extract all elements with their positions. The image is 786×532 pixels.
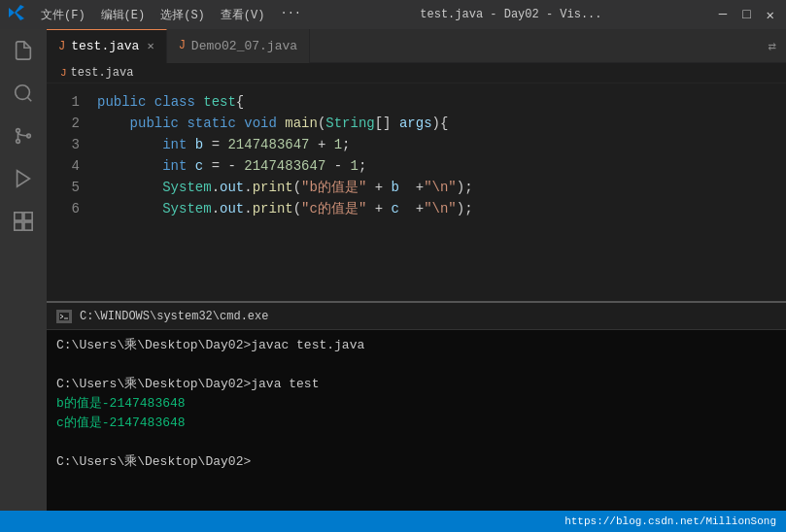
extensions-icon[interactable] xyxy=(10,208,37,235)
line-num-5: 5 xyxy=(47,177,80,198)
line-num-1: 1 xyxy=(47,91,80,113)
activity-bar xyxy=(0,29,47,532)
minimize-button[interactable]: ─ xyxy=(715,7,731,23)
terminal-line-1: C:\Users\乘\Desktop\Day02>javac test.java xyxy=(56,336,776,355)
code-line-1: public class test{ xyxy=(97,91,786,113)
svg-point-0 xyxy=(16,85,30,100)
line-num-3: 3 xyxy=(47,134,80,155)
code-line-3: int b = 2147483647 + 1; xyxy=(97,134,786,155)
code-line-5: System.out.print("b的值是" + b +"\n"); xyxy=(97,177,786,198)
code-line-4: int c = - 2147483647 - 1; xyxy=(97,155,786,177)
svg-line-1 xyxy=(27,97,31,101)
svg-rect-7 xyxy=(15,213,22,220)
svg-rect-9 xyxy=(15,222,22,230)
breadcrumb-file-icon: J xyxy=(60,67,67,79)
tab-test-java[interactable]: J test.java ✕ xyxy=(47,29,167,63)
terminal-line-2 xyxy=(56,355,776,375)
svg-rect-12 xyxy=(59,313,69,320)
terminal-line-5: c的值是-2147483648 xyxy=(56,414,776,433)
window-title: test.java - Day02 - Vis... xyxy=(317,8,705,21)
tab-java-icon-2: J xyxy=(179,39,186,52)
menu-select[interactable]: 选择(S) xyxy=(154,5,211,25)
svg-rect-8 xyxy=(24,213,32,220)
tab-demo02[interactable]: J Demo02_07.java xyxy=(167,29,310,63)
tab-java-icon: J xyxy=(58,40,65,53)
line-num-2: 2 xyxy=(47,113,80,134)
menu-bar[interactable]: 文件(F) 编辑(E) 选择(S) 查看(V) ··· xyxy=(35,5,307,25)
app-logo xyxy=(8,4,25,26)
files-icon[interactable] xyxy=(10,37,37,64)
breadcrumb-file-name: test.java xyxy=(71,66,134,80)
breadcrumb: J test.java xyxy=(47,63,786,83)
menu-edit[interactable]: 编辑(E) xyxy=(95,5,152,25)
menu-file[interactable]: 文件(F) xyxy=(35,5,91,25)
title-bar: 文件(F) 编辑(E) 选择(S) 查看(V) ··· test.java - … xyxy=(0,0,786,29)
cmd-icon xyxy=(56,310,72,323)
close-button[interactable]: ✕ xyxy=(763,7,778,23)
window-controls: ─ □ ✕ xyxy=(715,7,778,23)
status-bar: https://blog.csdn.net/MillionSong xyxy=(0,511,786,532)
terminal-body[interactable]: C:\Users\乘\Desktop\Day02>javac test.java… xyxy=(47,330,786,532)
tab-label-test: test.java xyxy=(71,39,139,53)
search-icon[interactable] xyxy=(10,80,37,107)
code-line-2: public static void main(String[] args){ xyxy=(97,113,786,134)
svg-point-2 xyxy=(17,129,20,133)
tab-bar: J test.java ✕ J Demo02_07.java ⇄ xyxy=(47,29,786,63)
svg-rect-10 xyxy=(24,222,32,230)
terminal-title-bar: C:\WINDOWS\system32\cmd.exe xyxy=(47,303,786,330)
tab-label-demo02: Demo02_07.java xyxy=(191,39,297,53)
code-line-6: System.out.print("c的值是" + c +"\n"); xyxy=(97,198,786,219)
terminal-title: C:\WINDOWS\system32\cmd.exe xyxy=(80,310,268,323)
line-num-6: 6 xyxy=(47,198,80,219)
source-control-icon[interactable] xyxy=(10,122,37,150)
terminal-line-4: b的值是-2147483648 xyxy=(56,394,776,414)
terminal-line-3: C:\Users\乘\Desktop\Day02>java test xyxy=(56,375,776,394)
svg-marker-6 xyxy=(17,171,30,187)
tab-close-test[interactable]: ✕ xyxy=(147,39,154,53)
status-url: https://blog.csdn.net/MillionSong xyxy=(564,515,776,527)
menu-view[interactable]: 查看(V) xyxy=(215,5,271,25)
svg-point-3 xyxy=(17,140,20,144)
terminal-panel: C:\WINDOWS\system32\cmd.exe C:\Users\乘\D… xyxy=(47,301,786,532)
line-num-4: 4 xyxy=(47,155,80,177)
terminal-line-7: C:\Users\乘\Desktop\Day02> xyxy=(56,452,776,472)
menu-more[interactable]: ··· xyxy=(274,5,307,25)
maximize-button[interactable]: □ xyxy=(738,7,754,23)
split-editor-icon[interactable]: ⇄ xyxy=(769,38,786,54)
terminal-line-6 xyxy=(56,433,776,452)
debug-icon[interactable] xyxy=(10,165,37,192)
